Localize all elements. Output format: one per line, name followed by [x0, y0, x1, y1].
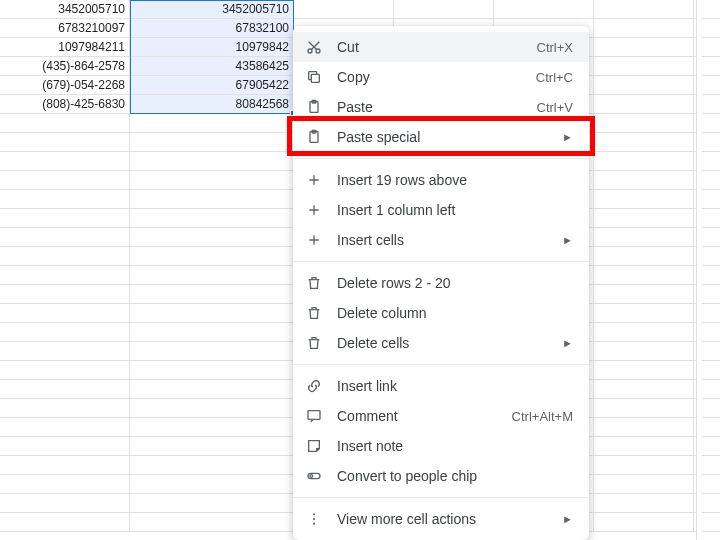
menu-comment[interactable]: Comment Ctrl+Alt+M	[293, 401, 589, 431]
svg-point-9	[310, 475, 313, 478]
menu-label: Delete column	[337, 305, 573, 321]
people-chip-icon	[305, 468, 323, 484]
note-icon	[305, 438, 323, 454]
cell[interactable]: 3452005710	[130, 0, 294, 18]
cell[interactable]	[494, 0, 594, 18]
menu-shortcut: Ctrl+X	[537, 40, 573, 55]
menu-label: Paste special	[337, 129, 548, 145]
menu-label: Insert note	[337, 438, 573, 454]
menu-label: Delete rows 2 - 20	[337, 275, 573, 291]
menu-separator	[293, 261, 589, 262]
plus-icon	[305, 202, 323, 218]
plus-icon	[305, 232, 323, 248]
menu-label: View more cell actions	[337, 511, 548, 527]
menu-label: Convert to people chip	[337, 468, 573, 484]
cell[interactable]	[594, 38, 694, 56]
cell[interactable]: 1097984211	[0, 38, 130, 56]
svg-rect-7	[308, 411, 320, 420]
cell[interactable]	[394, 0, 494, 18]
svg-point-10	[313, 513, 315, 515]
menu-shortcut: Ctrl+Alt+M	[512, 409, 573, 424]
menu-label: Comment	[337, 408, 498, 424]
menu-label: Copy	[337, 69, 522, 85]
cut-icon	[305, 39, 323, 55]
cell[interactable]: 80842568	[130, 95, 294, 113]
cell[interactable]: 6783210097	[0, 19, 130, 37]
menu-delete-column[interactable]: Delete column	[293, 298, 589, 328]
trash-icon	[305, 335, 323, 351]
menu-insert-cells[interactable]: Insert cells ►	[293, 225, 589, 255]
menu-copy[interactable]: Copy Ctrl+C	[293, 62, 589, 92]
link-icon	[305, 378, 323, 394]
menu-insert-note[interactable]: Insert note	[293, 431, 589, 461]
cell[interactable]	[594, 76, 694, 94]
trash-icon	[305, 275, 323, 291]
cell[interactable]: 3452005710	[0, 0, 130, 18]
context-menu: Cut Ctrl+X Copy Ctrl+C Paste Ctrl+V Past…	[293, 26, 589, 540]
svg-point-12	[313, 523, 315, 525]
menu-insert-link[interactable]: Insert link	[293, 371, 589, 401]
copy-icon	[305, 69, 323, 85]
menu-paste[interactable]: Paste Ctrl+V	[293, 92, 589, 122]
cell[interactable]: (808)-425-6830	[0, 95, 130, 113]
svg-rect-2	[311, 74, 319, 82]
right-sheet-edge	[696, 0, 702, 540]
cell[interactable]	[594, 0, 694, 18]
menu-delete-cells[interactable]: Delete cells ►	[293, 328, 589, 358]
menu-people-chip[interactable]: Convert to people chip	[293, 461, 589, 491]
cell[interactable]	[294, 0, 394, 18]
menu-label: Cut	[337, 39, 523, 55]
menu-insert-rows[interactable]: Insert 19 rows above	[293, 165, 589, 195]
menu-label: Insert cells	[337, 232, 548, 248]
paste-icon	[305, 129, 323, 145]
menu-separator	[293, 364, 589, 365]
plus-icon	[305, 172, 323, 188]
paste-icon	[305, 99, 323, 115]
cell[interactable]: 67905422	[130, 76, 294, 94]
svg-point-11	[313, 518, 315, 520]
menu-cut[interactable]: Cut Ctrl+X	[293, 32, 589, 62]
comment-icon	[305, 408, 323, 424]
menu-shortcut: Ctrl+V	[537, 100, 573, 115]
svg-point-1	[316, 49, 320, 53]
menu-separator	[293, 158, 589, 159]
cell[interactable]: 10979842	[130, 38, 294, 56]
cell[interactable]	[594, 57, 694, 75]
menu-delete-rows[interactable]: Delete rows 2 - 20	[293, 268, 589, 298]
menu-label: Insert link	[337, 378, 573, 394]
menu-label: Delete cells	[337, 335, 548, 351]
cell[interactable]	[594, 19, 694, 37]
submenu-arrow-icon: ►	[562, 337, 573, 349]
submenu-arrow-icon: ►	[562, 234, 573, 246]
svg-point-0	[308, 49, 312, 53]
menu-shortcut: Ctrl+C	[536, 70, 573, 85]
submenu-arrow-icon: ►	[562, 513, 573, 525]
menu-paste-special[interactable]: Paste special ►	[293, 122, 589, 152]
more-icon	[305, 511, 323, 527]
cell[interactable]: (435)-864-2578	[0, 57, 130, 75]
menu-separator	[293, 497, 589, 498]
trash-icon	[305, 305, 323, 321]
menu-label: Insert 1 column left	[337, 202, 573, 218]
menu-more-actions[interactable]: View more cell actions ►	[293, 504, 589, 534]
cell[interactable]: 67832100	[130, 19, 294, 37]
cell[interactable]: 43586425	[130, 57, 294, 75]
menu-label: Insert 19 rows above	[337, 172, 573, 188]
submenu-arrow-icon: ►	[562, 131, 573, 143]
cell[interactable]	[594, 95, 694, 113]
menu-label: Paste	[337, 99, 523, 115]
menu-insert-column[interactable]: Insert 1 column left	[293, 195, 589, 225]
cell[interactable]: (679)-054-2268	[0, 76, 130, 94]
